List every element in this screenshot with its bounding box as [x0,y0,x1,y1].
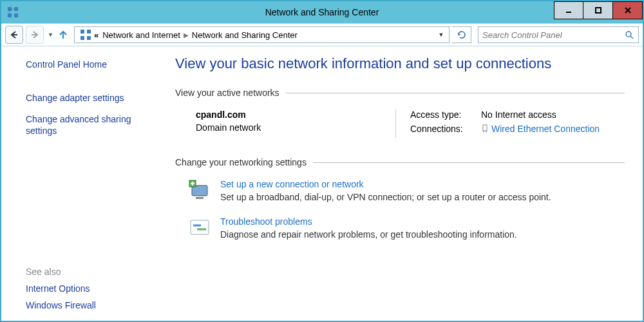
option-troubleshoot-desc: Diagnose and repair network problems, or… [220,229,517,240]
svg-rect-16 [87,36,91,40]
address-bar[interactable]: « Network and Internet ▶ Network and Sha… [74,26,450,43]
app-icon [6,6,19,19]
option-setup-title[interactable]: Set up a new connection or network [220,179,551,189]
svg-rect-7 [596,8,601,13]
back-button[interactable] [5,26,23,44]
connection-link-text: Wired Ethernet Connection [491,124,600,134]
setup-connection-icon [188,179,211,202]
divider [313,162,625,163]
svg-rect-1 [14,7,18,11]
location-icon [80,29,91,41]
network-name: cpandl.com [196,109,395,120]
svg-rect-26 [196,197,204,199]
close-button[interactable] [613,1,643,19]
page-title: View your basic network information and … [175,55,625,72]
window-body: Control Panel Home Change adapter settin… [1,46,643,321]
breadcrumb-prefix: « [94,30,99,40]
svg-rect-3 [14,14,18,17]
minimize-button[interactable] [554,1,583,19]
arrow-left-icon [8,29,20,41]
svg-rect-27 [191,220,209,234]
svg-line-18 [630,36,633,39]
svg-rect-19 [483,125,487,131]
ethernet-icon [481,124,489,133]
history-dropdown[interactable]: ▼ [46,32,55,38]
svg-rect-0 [8,7,12,11]
address-dropdown[interactable]: ▼ [436,32,446,38]
change-settings-label: Change your networking settings [175,157,313,167]
sidebar-control-panel-home[interactable]: Control Panel Home [26,59,156,70]
change-settings-header: Change your networking settings [175,157,625,167]
access-type-label: Access type: [410,109,481,120]
refresh-button[interactable] [452,26,471,43]
breadcrumb-part-2[interactable]: Network and Sharing Center [192,30,298,40]
up-button[interactable] [57,29,71,41]
svg-rect-15 [80,36,84,40]
divider [286,93,625,93]
active-networks-label: View your active networks [175,88,286,98]
svg-point-17 [626,32,631,37]
window-controls [554,1,643,19]
option-troubleshoot: Troubleshoot problems Diagnose and repai… [188,216,625,240]
nav-bar: ▼ « Network and Internet ▶ Network and S… [1,23,643,46]
sidebar-change-advanced-sharing[interactable]: Change advanced sharing settings [26,113,156,137]
option-setup-connection: Set up a new connection or network Set u… [188,179,625,202]
title-bar: Network and Sharing Center [1,1,643,23]
chevron-right-icon: ▶ [184,32,189,39]
option-text: Set up a new connection or network Set u… [220,179,551,202]
svg-rect-13 [80,30,84,33]
access-type-value: No Internet access [481,109,556,120]
network-type: Domain network [196,122,395,133]
sidebar: Control Panel Home Change adapter settin… [1,46,169,321]
troubleshoot-icon [188,216,211,240]
option-text: Troubleshoot problems Diagnose and repai… [220,216,517,240]
connections-label: Connections: [410,124,481,134]
active-networks-header: View your active networks [175,88,625,98]
window-title: Network and Sharing Center [1,7,643,17]
arrow-right-icon [29,29,41,41]
window-frame: Network and Sharing Center ▼ « Network a… [0,0,644,322]
option-setup-desc: Set up a broadband, dial-up, or VPN conn… [220,192,551,202]
refresh-icon [457,30,467,40]
forward-button[interactable] [26,26,44,44]
search-box[interactable] [478,26,639,43]
breadcrumb-part-1[interactable]: Network and Internet [102,30,180,40]
see-also-internet-options[interactable]: Internet Options [26,283,156,294]
svg-rect-2 [8,14,12,17]
search-icon [624,30,634,40]
active-network-row: cpandl.com Domain network Access type: N… [196,109,625,138]
maximize-button[interactable] [583,1,613,19]
search-input[interactable] [482,30,624,40]
option-troubleshoot-title[interactable]: Troubleshoot problems [220,216,517,227]
sidebar-spacer [26,147,156,267]
see-also-windows-firewall[interactable]: Windows Firewall [26,300,156,310]
main-pane: View your basic network information and … [169,46,643,321]
arrow-up-icon [57,29,69,41]
connection-link[interactable]: Wired Ethernet Connection [481,124,600,134]
network-details: Access type: No Internet access Connecti… [395,109,600,138]
see-also-label: See also [26,267,156,277]
sidebar-change-adapter-settings[interactable]: Change adapter settings [26,93,156,103]
svg-rect-14 [87,30,91,33]
network-identity: cpandl.com Domain network [196,109,395,138]
